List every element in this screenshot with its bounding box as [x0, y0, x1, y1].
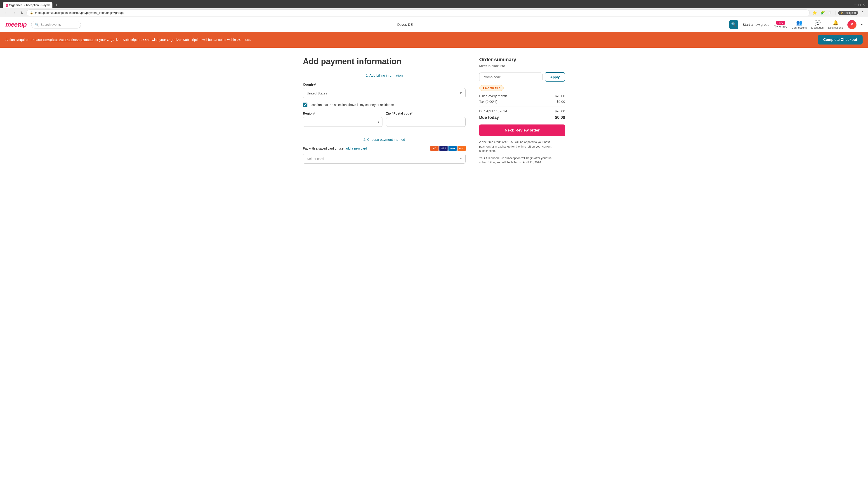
connections-nav[interactable]: 👥 Connections	[792, 20, 807, 29]
free-badge: 1 month free	[479, 85, 504, 91]
extensions-icon[interactable]: 🧩	[819, 10, 826, 16]
complete-checkout-button[interactable]: Complete Checkout	[818, 35, 863, 44]
mastercard-icon: MC	[430, 146, 438, 151]
avatar-chevron[interactable]: ▾	[861, 23, 863, 26]
pro-label: Try for free	[774, 25, 787, 28]
card-icons: MC VISA AMEX DISC	[430, 146, 466, 151]
new-tab-button[interactable]: +	[53, 2, 60, 8]
incognito-label: Incognito	[845, 11, 856, 14]
messages-nav[interactable]: 💬 Messages	[811, 20, 824, 29]
residence-checkbox[interactable]	[303, 103, 307, 107]
site-header: meetup 🔍 Search events Dover, DE 🔍 Start…	[0, 18, 868, 32]
minimize-button[interactable]: ─	[854, 3, 857, 7]
bookmarks-icon[interactable]: ⭐	[811, 10, 818, 16]
search-icon: 🔍	[35, 23, 39, 26]
search-placeholder: Search events	[41, 23, 61, 26]
back-button[interactable]: ←	[3, 10, 9, 16]
next-review-order-button[interactable]: Next: Review order	[479, 125, 565, 136]
alert-banner: Action Required: Please complete the che…	[0, 32, 868, 48]
region-zip-row: Region* ▾ Zip / Postal code*	[303, 111, 466, 131]
country-select[interactable]: United States ▾	[303, 88, 466, 98]
browser-frame: M Organizer Subscription - Payme... ✕ + …	[0, 0, 868, 18]
order-summary-sidebar: Order summary Meetup plan: Pro Apply 1 m…	[479, 57, 565, 165]
notifications-nav[interactable]: 🔔 Notifications	[828, 20, 843, 29]
select-card-placeholder: Select card	[307, 157, 324, 161]
billed-monthly-line: Billed every month $70.00	[479, 94, 565, 98]
form-section: Add payment information 1. Add billing i…	[303, 57, 466, 165]
tab-title: Organizer Subscription - Payme...	[9, 3, 53, 7]
lock-icon: 🔒	[30, 11, 33, 14]
refresh-button[interactable]: ↻	[19, 10, 25, 16]
search-bar[interactable]: 🔍 Search events	[31, 21, 81, 29]
active-tab[interactable]: M Organizer Subscription - Payme... ✕	[3, 2, 53, 8]
more-menu-button[interactable]: ⋮	[860, 10, 865, 16]
tab-favicon: M	[6, 4, 8, 7]
region-label: Region*	[303, 111, 382, 115]
messages-icon: 💬	[814, 20, 820, 26]
region-field-group: Region* ▾	[303, 111, 382, 127]
main-content: Add payment information 1. Add billing i…	[276, 48, 592, 174]
tax-amount: $0.00	[557, 100, 565, 103]
billed-monthly-amount: $70.00	[555, 94, 565, 98]
messages-label: Messages	[811, 26, 824, 29]
connections-label: Connections	[792, 26, 807, 29]
region-select-wrapper: ▾	[303, 117, 382, 127]
tax-line: Tax (0.00%) $0.00	[479, 100, 565, 103]
select-card-chevron-icon: ▾	[460, 157, 462, 161]
alert-text-before: Action Required: Please	[5, 38, 43, 41]
discover-icon: DISC	[458, 146, 466, 151]
select-card-dropdown[interactable]: Select card ▾	[303, 154, 466, 164]
bell-icon: 🔔	[833, 20, 839, 26]
billed-monthly-label: Billed every month	[479, 94, 507, 98]
visa-icon: VISA	[439, 146, 447, 151]
search-button[interactable]: 🔍	[729, 20, 738, 29]
due-date-label: Due April 11, 2024	[479, 109, 507, 113]
close-window-button[interactable]: ✕	[862, 2, 865, 7]
payment-method-row: Pay with a saved card or use add a new c…	[303, 146, 466, 151]
location-display[interactable]: Dover, DE	[86, 23, 725, 26]
due-today-amount: $0.00	[555, 115, 565, 120]
incognito-badge: 🕵 Incognito	[838, 11, 858, 15]
residence-confirm-row: I confirm that the selection above is my…	[303, 103, 466, 107]
zip-input[interactable]	[386, 117, 466, 127]
summary-divider	[479, 106, 565, 106]
country-field-group: Country* United States ▾	[303, 83, 466, 98]
due-today-line: Due today $0.00	[479, 115, 565, 120]
start-group-button[interactable]: Start a new group	[743, 23, 770, 26]
order-summary-title: Order summary	[479, 57, 565, 63]
country-value: United States	[307, 91, 327, 95]
incognito-icon: 🕵	[840, 11, 844, 14]
country-label: Country*	[303, 83, 466, 86]
apply-button[interactable]: Apply	[545, 72, 565, 82]
site-logo[interactable]: meetup	[5, 21, 27, 28]
address-bar[interactable]: 🔒 meetup.com/subscription/checkout/pro/p…	[26, 9, 810, 16]
avatar-image: M	[847, 20, 857, 29]
url-display: meetup.com/subscription/checkout/pro/pay…	[35, 11, 806, 14]
zip-field-group: Zip / Postal code*	[386, 111, 466, 127]
step1-label: 1. Add billing information	[303, 73, 466, 77]
amex-icon: AMEX	[448, 146, 457, 151]
payment-text: Pay with a saved card or use	[303, 147, 344, 150]
add-new-card-link[interactable]: add a new card	[345, 147, 367, 150]
user-avatar[interactable]: M	[847, 20, 857, 29]
alert-checkout-link[interactable]: complete the checkout process	[43, 38, 93, 41]
select-card-wrapper: Select card ▾	[303, 154, 466, 164]
zip-label: Zip / Postal code*	[386, 111, 466, 115]
due-date-line: Due April 11, 2024 $70.00	[479, 109, 565, 113]
due-date-amount: $70.00	[555, 109, 565, 113]
layout-icon[interactable]: ⊞	[828, 10, 833, 16]
region-select[interactable]	[303, 117, 382, 127]
notifications-label: Notifications	[828, 26, 843, 29]
pro-try-free[interactable]: PRO Try for free	[774, 21, 787, 28]
promo-code-input[interactable]	[479, 72, 542, 81]
page-title: Add payment information	[303, 57, 466, 66]
connections-icon: 👥	[796, 20, 802, 26]
step2-label: 2. Choose payment method	[303, 138, 466, 141]
promo-row: Apply	[479, 72, 565, 82]
maximize-button[interactable]: □	[858, 3, 861, 7]
forward-button[interactable]: →	[11, 10, 17, 16]
browser-tabs-bar: M Organizer Subscription - Payme... ✕ + …	[0, 0, 868, 8]
residence-checkbox-label: I confirm that the selection above is my…	[310, 103, 394, 107]
due-today-label: Due today	[479, 115, 499, 120]
nav-bar: ← → ↻ 🔒 meetup.com/subscription/checkout…	[0, 8, 868, 18]
